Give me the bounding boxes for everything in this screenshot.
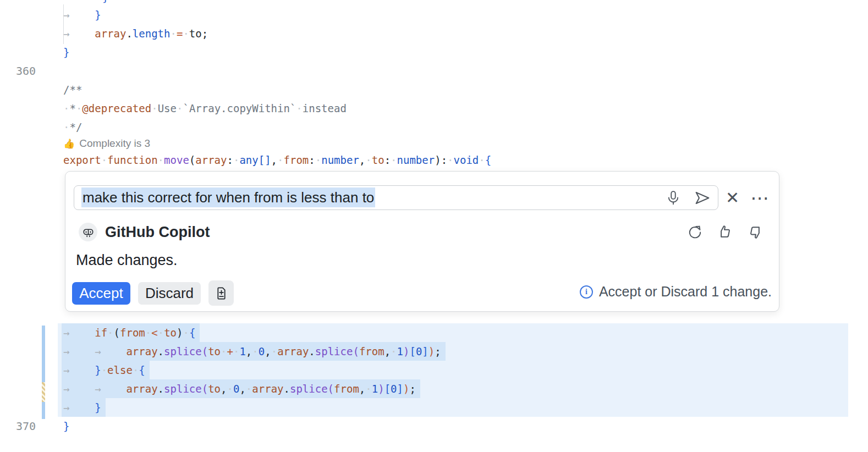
code-token: ( bbox=[202, 383, 208, 395]
code-token: 0 bbox=[259, 345, 265, 357]
code-line[interactable]: } bbox=[0, 43, 868, 62]
refresh-icon[interactable] bbox=[687, 224, 703, 240]
code-token: Use bbox=[158, 102, 177, 114]
code-token: : bbox=[309, 154, 315, 166]
code-token: splice bbox=[164, 383, 202, 395]
thumbs-down-icon[interactable] bbox=[747, 224, 763, 240]
code-token: } bbox=[63, 420, 69, 432]
code-line[interactable]: 370} bbox=[0, 417, 868, 436]
code-token: · bbox=[479, 154, 485, 166]
code-token: } bbox=[95, 401, 101, 414]
code-token: ) bbox=[177, 327, 183, 339]
editor-code-area[interactable]: → }→ array.length·=·to;}360/**·*·@deprec… bbox=[0, 5, 868, 169]
code-token: · bbox=[177, 102, 183, 114]
copilot-avatar bbox=[79, 223, 97, 241]
code-line[interactable]: → if·(from·<·to)·{ bbox=[0, 323, 868, 342]
code-token: · bbox=[133, 364, 139, 376]
code-line[interactable]: export·function·move(array:·any[],·from:… bbox=[0, 151, 868, 169]
code-line[interactable]: → } bbox=[0, 5, 868, 24]
code-token: any bbox=[239, 154, 258, 166]
code-line[interactable]: ·*/ bbox=[0, 118, 868, 136]
code-token: { bbox=[139, 364, 145, 376]
code-token: instead bbox=[303, 102, 347, 114]
code-token: [ bbox=[384, 383, 391, 395]
code-token: @deprecated bbox=[82, 102, 151, 114]
code-token: · bbox=[101, 154, 107, 166]
close-icon[interactable]: ✕ bbox=[726, 190, 739, 206]
more-icon[interactable]: ⋯ bbox=[750, 189, 770, 207]
code-token: { bbox=[485, 154, 491, 166]
code-line[interactable]: /** bbox=[0, 80, 868, 99]
code-token: → bbox=[95, 383, 126, 395]
inline-chat-widget: make this correct for when from is less … bbox=[65, 171, 779, 312]
code-line[interactable]: → } bbox=[0, 398, 868, 417]
code-token: /** bbox=[63, 84, 82, 96]
code-token: · bbox=[252, 345, 258, 357]
code-token: · bbox=[221, 345, 227, 357]
editor-page: } → }→ array.length·=·to;}360/**·*·@depr… bbox=[0, 0, 868, 452]
code-token: · bbox=[183, 27, 189, 40]
code-token: · bbox=[145, 327, 151, 339]
code-token: ; bbox=[202, 27, 208, 40]
code-token: → bbox=[63, 27, 95, 40]
code-token: · bbox=[101, 364, 107, 376]
code-token: else bbox=[107, 364, 133, 376]
code-token: splice bbox=[290, 383, 328, 395]
code-token: to bbox=[164, 327, 177, 339]
code-token: → bbox=[63, 383, 95, 395]
changed-code-block[interactable]: → if·(from·<·to)·{→ → array.splice(to·+·… bbox=[0, 323, 868, 417]
chat-input-value[interactable]: make this correct for when from is less … bbox=[81, 189, 375, 206]
code-line[interactable]: → array.length·=·to; bbox=[0, 24, 868, 43]
code-token: to bbox=[372, 154, 384, 166]
code-token: = bbox=[177, 27, 183, 40]
closing-line[interactable]: 370} bbox=[0, 417, 868, 436]
code-token: ; bbox=[435, 345, 441, 357]
code-token: · bbox=[365, 154, 371, 166]
accept-button[interactable]: Accept bbox=[72, 282, 130, 305]
code-line[interactable]: → → array.splice(to,·0,·array.splice(fro… bbox=[0, 379, 868, 398]
code-token: 1 bbox=[239, 345, 245, 357]
response-text: Made changes. bbox=[76, 252, 178, 269]
code-token: → bbox=[63, 401, 95, 414]
code-token: array bbox=[126, 383, 157, 395]
code-token: ) bbox=[428, 345, 435, 357]
code-token: ] bbox=[422, 345, 428, 357]
codelens-label: Complexity is 3 bbox=[79, 137, 150, 149]
code-token: 0 bbox=[416, 345, 422, 357]
code-token: [ bbox=[409, 345, 415, 357]
mic-icon[interactable] bbox=[665, 190, 682, 206]
chat-input[interactable]: make this correct for when from is less … bbox=[74, 185, 718, 210]
thumbs-up-emoji-icon: 👍 bbox=[63, 139, 75, 149]
code-token: ) bbox=[378, 383, 384, 395]
info-icon: i bbox=[580, 285, 593, 299]
code-token: , bbox=[359, 154, 365, 166]
code-token: · bbox=[183, 327, 189, 339]
send-icon[interactable] bbox=[694, 189, 711, 207]
code-token: from bbox=[359, 345, 384, 357]
code-token: { bbox=[189, 327, 195, 339]
code-token: array bbox=[126, 345, 157, 357]
code-token: } bbox=[95, 364, 101, 376]
code-line[interactable]: ·*·@deprecated·Use·`Array.copyWithin`·in… bbox=[0, 99, 868, 118]
code-token: from bbox=[334, 383, 359, 395]
code-token: ( bbox=[353, 345, 359, 357]
copilot-logo-icon bbox=[82, 226, 95, 239]
codelens[interactable]: 👍Complexity is 3 bbox=[0, 136, 868, 151]
code-token: array bbox=[95, 27, 126, 40]
code-token: · bbox=[76, 102, 82, 114]
code-line[interactable]: → → array.splice(to·+·1,·0,·array.splice… bbox=[0, 342, 868, 361]
discard-button[interactable]: Discard bbox=[138, 282, 201, 305]
code-line[interactable]: 360 bbox=[0, 62, 868, 80]
code-token: + bbox=[227, 345, 233, 357]
copilot-title: GitHub Copilot bbox=[105, 224, 210, 241]
code-token: } bbox=[95, 9, 101, 21]
code-token: · bbox=[233, 345, 239, 357]
thumbs-up-icon[interactable] bbox=[717, 224, 733, 240]
code-line[interactable]: → }·else·{ bbox=[0, 361, 868, 379]
code-token: , bbox=[359, 383, 365, 395]
code-token: } bbox=[63, 46, 69, 58]
file-plus-minus-icon bbox=[214, 286, 229, 301]
code-token: , bbox=[265, 345, 271, 357]
toggle-diff-button[interactable] bbox=[208, 280, 234, 306]
code-token: ( bbox=[114, 327, 120, 339]
